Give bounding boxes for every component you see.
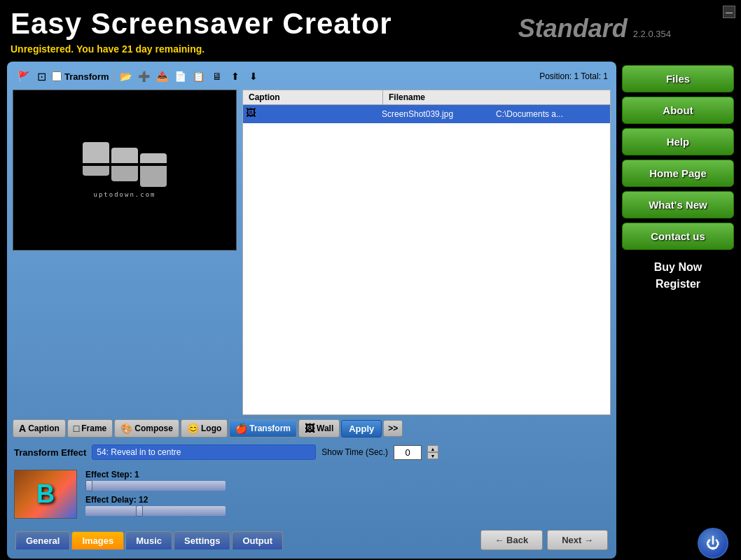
add-icon[interactable]: ➕: [137, 69, 152, 84]
transform-tab-icon: 🍎: [235, 423, 247, 434]
tab-buttons: A Caption □ Frame 🎨 Compose 😊 Logo 🍎 Tra…: [13, 419, 611, 438]
table-row[interactable]: 🖼 ScreenShot039.jpg C:\Documents a...: [243, 105, 610, 123]
version-number: 2.2.0.354: [633, 29, 671, 39]
tab-settings[interactable]: Settings: [174, 531, 230, 550]
homepage-button[interactable]: Home Page: [622, 160, 734, 187]
transform-effect-label: Transform Effect: [14, 447, 86, 458]
file-name: ScreenShot039.jpg: [382, 109, 496, 119]
show-time-input[interactable]: 0: [394, 445, 422, 460]
transform-checkbox-area: Transform: [52, 71, 109, 82]
effect-preview: B: [14, 470, 77, 519]
position-info: Position: 1 Total: 1: [539, 71, 608, 81]
register-label[interactable]: Register: [622, 278, 734, 290]
transform-area: Transform Effect 54: Reveal in to centre…: [13, 442, 611, 463]
power-icon: ⏻: [706, 536, 720, 552]
spinner-down[interactable]: ▼: [427, 452, 438, 459]
file-list-body[interactable]: 🖼 ScreenShot039.jpg C:\Documents a...: [242, 104, 611, 415]
effect-delay-row: Effect Delay: 12: [85, 495, 609, 516]
about-button[interactable]: About: [622, 97, 734, 124]
file-list-container: Caption Filename 🖼 ScreenShot039.jpg C:\…: [242, 90, 611, 415]
toolbar: 🚩 ⊡ Transform 📂 ➕ 📤 📄 📋 🖥 ⬆ ⬇ Position: …: [13, 67, 611, 85]
version-area: Standard 2.2.0.354: [518, 14, 671, 43]
minimize-button[interactable]: —: [723, 6, 735, 18]
effect-step-label: Effect Step: 1: [85, 470, 609, 479]
frame-icon: □: [74, 423, 79, 434]
flag-icon[interactable]: 🚩: [15, 69, 31, 84]
tab-general[interactable]: General: [15, 531, 70, 550]
file-list-header: Caption Filename: [242, 90, 611, 104]
file-path: C:\Documents a...: [496, 109, 610, 119]
nav-buttons: ← Back Next →: [480, 530, 609, 550]
file-icon: 🖼: [246, 107, 260, 121]
transform-dropdown[interactable]: 54: Reveal in to centre 1: Fade 2: Slide…: [92, 444, 316, 460]
power-button[interactable]: ⏻: [698, 528, 728, 559]
right-panel: Files About Help Home Page What's New Co…: [622, 62, 734, 559]
tab-transform[interactable]: 🍎 Transform: [229, 419, 297, 438]
move-down-icon[interactable]: ⬇: [246, 69, 261, 84]
effect-step-slider[interactable]: [85, 481, 226, 491]
transform-label: Transform: [64, 71, 109, 82]
page-icon[interactable]: 📄: [173, 69, 188, 84]
open-folder-icon[interactable]: 📂: [118, 69, 134, 84]
col-caption-header: Caption: [243, 90, 383, 104]
logo-area: uptodown.com: [13, 90, 236, 250]
monitor-icon[interactable]: 🖥: [209, 69, 225, 84]
effect-step-row: Effect Step: 1: [85, 470, 609, 491]
content-area: uptodown.com Caption Filename 🖼 ScreenSh…: [13, 90, 611, 415]
bottom-tabs: General Images Music Settings Output ← B…: [13, 526, 611, 553]
whats-new-button[interactable]: What's New: [622, 191, 734, 218]
main-panel: 🚩 ⊡ Transform 📂 ➕ 📤 📄 📋 🖥 ⬆ ⬇ Position: …: [7, 62, 616, 559]
apply-button[interactable]: Apply: [341, 420, 382, 438]
tab-output[interactable]: Output: [232, 531, 283, 550]
preview-container: uptodown.com: [13, 90, 237, 251]
spinner-up[interactable]: ▲: [427, 445, 438, 452]
transform-checkbox[interactable]: [52, 71, 62, 81]
tab-logo[interactable]: 😊 Logo: [181, 419, 228, 438]
effect-delay-label: Effect Delay: 12: [85, 495, 609, 505]
edition-label: Standard: [518, 14, 628, 43]
col-filename-header: Filename: [383, 90, 610, 104]
help-button[interactable]: Help: [622, 128, 734, 155]
tab-images[interactable]: Images: [71, 531, 124, 550]
logo-icon: 😊: [187, 423, 199, 434]
compose-icon: 🎨: [120, 423, 132, 434]
effect-preview-letter: B: [36, 479, 55, 509]
contact-button[interactable]: Contact us: [622, 223, 734, 250]
tab-compose[interactable]: 🎨 Compose: [114, 419, 179, 438]
move-up-icon[interactable]: ⬆: [228, 69, 243, 84]
main-layout: 🚩 ⊡ Transform 📂 ➕ 📤 📄 📋 🖥 ⬆ ⬇ Position: …: [0, 58, 741, 560]
caption-icon: A: [19, 423, 26, 434]
preview-image: uptodown.com: [13, 90, 236, 250]
more-button[interactable]: >>: [383, 420, 403, 437]
unregistered-msg: Unregistered. You have 21 day remaining.: [11, 43, 730, 55]
crop-icon[interactable]: ⊡: [34, 69, 49, 84]
effect-sliders: Effect Step: 1 Effect Delay: 12: [85, 470, 609, 516]
files-button[interactable]: Files: [622, 65, 734, 92]
remove-icon[interactable]: 📤: [155, 69, 170, 84]
tab-caption[interactable]: A Caption: [13, 419, 66, 438]
effect-area: B Effect Step: 1 Effect Delay: 12: [13, 467, 611, 522]
wall-icon: 🖼: [305, 423, 314, 434]
copy-icon[interactable]: 📋: [191, 69, 207, 84]
effect-delay-slider[interactable]: [85, 506, 226, 516]
buy-now-label[interactable]: Buy Now: [622, 261, 734, 274]
tab-music[interactable]: Music: [125, 531, 172, 550]
show-time-label: Show Time (Sec.): [321, 447, 388, 457]
tab-wall[interactable]: 🖼 Wall: [298, 419, 340, 438]
toolbar-separator: [113, 69, 114, 83]
show-time-spinner: ▲ ▼: [427, 445, 438, 459]
tab-frame[interactable]: □ Frame: [67, 419, 113, 438]
next-button[interactable]: Next →: [547, 530, 608, 550]
back-button[interactable]: ← Back: [480, 530, 543, 550]
